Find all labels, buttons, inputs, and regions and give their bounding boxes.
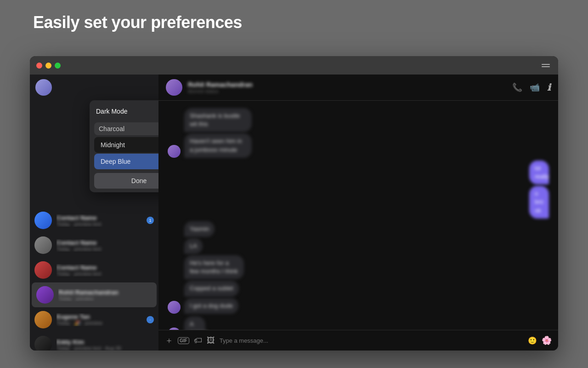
theme-selector[interactable]: Charcoal ▲ <box>94 122 158 135</box>
page-title: Easily set your preferences <box>33 13 242 32</box>
conversation-list: Contact Name Today · preview text 1 Cont… <box>30 206 158 351</box>
avatar <box>34 336 52 351</box>
conv-info: Rohit Ramachandran Today · preview <box>58 289 152 301</box>
title-bar <box>30 56 558 75</box>
conv-name: Eugene Tan <box>57 313 142 320</box>
sticker-icon[interactable]: 🏷 <box>194 336 202 345</box>
close-button[interactable] <box>36 63 42 69</box>
message-bubble: LA <box>184 238 203 254</box>
plus-icon[interactable]: ＋ <box>165 335 173 346</box>
unread-badge: · <box>147 316 154 323</box>
avatar <box>168 145 181 158</box>
message-group: A pupper <box>184 316 219 330</box>
hamburger-icon[interactable] <box>540 62 552 69</box>
message-row: A pupper <box>168 316 549 330</box>
messages-area: Shashank is bustle wit this Haven't seen… <box>158 101 558 330</box>
sidebar-header <box>30 75 158 100</box>
avatar <box>34 311 52 328</box>
contact-name: Rohit Ramachandran <box>188 81 507 88</box>
info-icon[interactable]: ℹ <box>547 82 551 93</box>
message-bubble: Shashank is bustle wit this <box>184 108 252 132</box>
conv-name: Contact Name <box>57 214 142 221</box>
message-input[interactable] <box>220 337 523 344</box>
app-body: Dark Mode Charcoal ▲ Midnight Deep Blue … <box>30 75 558 351</box>
conv-preview: Today · preview text <box>57 271 154 276</box>
maximize-button[interactable] <box>55 63 61 69</box>
message-group: Shashank is bustle wit this Haven't seen… <box>184 108 297 158</box>
list-item[interactable]: Eddy Kim Today · preview text · Aug 30 <box>30 332 158 351</box>
chat-header: Rohit Ramachandran blurred status 📞 📹 ℹ <box>158 75 558 101</box>
list-item[interactable]: Contact Name Today · preview text <box>30 233 158 258</box>
conv-preview: Today · preview text · Aug 30 <box>57 345 154 351</box>
list-item[interactable]: Eugene Tan Today · 🎉 · preview · <box>30 307 158 332</box>
contact-status: blurred status <box>188 88 507 94</box>
conv-meta: 1 <box>147 217 154 224</box>
chat-area: Rohit Ramachandran blurred status 📞 📹 ℹ … <box>158 75 558 351</box>
conv-name: Contact Name <box>57 264 154 271</box>
conv-info: Contact Name Today · preview text <box>57 264 154 276</box>
message-row: Yasmin LA He's here for a few months I t… <box>168 221 549 314</box>
avatar <box>34 212 52 229</box>
user-avatar[interactable] <box>35 79 52 96</box>
theme-option-deep-blue[interactable]: Deep Blue <box>94 154 158 169</box>
video-icon[interactable]: 📹 <box>530 82 540 92</box>
message-group: lol really o bro ok <box>516 161 549 218</box>
unread-badge: 1 <box>147 217 154 224</box>
list-item[interactable]: Rohit Ramachandran Today · preview <box>32 282 157 307</box>
conv-name: Rohit Ramachandran <box>58 289 152 296</box>
dark-mode-row: Dark Mode <box>90 102 158 121</box>
avatar <box>34 261 52 279</box>
message-bubble: Yasmin <box>184 221 215 237</box>
message-row: Shashank is bustle wit this Haven't seen… <box>168 108 549 158</box>
chat-input-area: ＋ GIF 🏷 🖼 🙂 🌸 <box>158 330 558 351</box>
phone-icon[interactable]: 📞 <box>512 82 522 92</box>
message-bubble: He's here for a few months I think <box>184 255 244 279</box>
conv-preview: Today · 🎉 · preview <box>57 320 142 326</box>
contact-avatar <box>166 79 182 96</box>
message-row: lol really o bro ok <box>168 161 549 218</box>
dark-mode-label: Dark Mode <box>96 108 127 115</box>
traffic-lights <box>36 63 61 69</box>
input-actions: 🙂 🌸 <box>528 335 552 345</box>
conv-info: Eddy Kim Today · preview text · Aug 30 <box>57 339 154 351</box>
conv-preview: Today · preview text <box>57 246 154 252</box>
conv-meta: · <box>147 316 154 323</box>
menu-bar <box>540 62 552 69</box>
conv-name: Contact Name <box>57 239 154 246</box>
dark-mode-panel: Dark Mode Charcoal ▲ Midnight Deep Blue … <box>90 100 158 192</box>
conv-info: Contact Name Today · preview text <box>57 214 142 227</box>
app-window: Dark Mode Charcoal ▲ Midnight Deep Blue … <box>30 56 558 351</box>
photo-icon[interactable]: 🖼 <box>207 336 215 345</box>
avatar <box>34 236 52 254</box>
conv-preview: Today · preview <box>58 296 152 301</box>
gif-button[interactable]: GIF <box>178 337 189 344</box>
list-item[interactable]: Contact Name Today · preview text <box>30 258 158 282</box>
conv-info: Eugene Tan Today · 🎉 · preview <box>57 313 142 326</box>
list-item[interactable]: Contact Name Today · preview text 1 <box>30 208 158 233</box>
message-bubble: lol really <box>529 161 549 184</box>
message-bubble: Copped a sublet <box>184 281 239 296</box>
theme-option-midnight[interactable]: Midnight <box>94 137 158 153</box>
minimize-button[interactable] <box>45 63 51 69</box>
conv-info: Contact Name Today · preview text <box>57 239 154 252</box>
avatar <box>168 301 181 314</box>
avatar <box>36 286 54 304</box>
message-bubble: I got a dog dude <box>184 298 238 314</box>
contact-info: Rohit Ramachandran blurred status <box>188 81 507 94</box>
sidebar: Dark Mode Charcoal ▲ Midnight Deep Blue … <box>30 75 158 351</box>
emoji-icon[interactable]: 🙂 <box>528 336 537 345</box>
message-group: Yasmin LA He's here for a few months I t… <box>184 221 284 314</box>
conv-preview: Today · preview text <box>57 221 142 227</box>
conv-name: Eddy Kim <box>57 339 154 345</box>
theme-options: Midnight Deep Blue <box>90 137 158 169</box>
message-bubble: Haven't seen him in a jumbooo minute <box>184 133 252 157</box>
theme-current-label: Charcoal <box>99 125 124 132</box>
message-bubble: o bro ok <box>529 186 549 218</box>
chat-header-actions: 📞 📹 ℹ <box>512 82 551 93</box>
message-bubble: A pupper <box>184 316 205 330</box>
done-button[interactable]: Done <box>94 173 158 189</box>
flower-icon[interactable]: 🌸 <box>542 335 552 345</box>
